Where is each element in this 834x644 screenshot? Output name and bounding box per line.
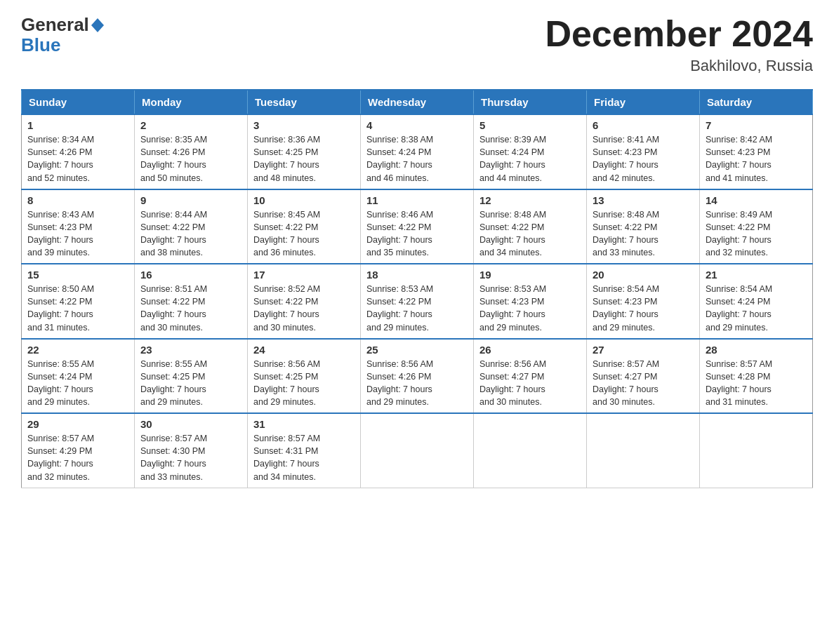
day-number: 1 xyxy=(27,119,128,131)
table-row: 28Sunrise: 8:57 AMSunset: 4:28 PMDayligh… xyxy=(700,339,813,414)
day-number: 3 xyxy=(253,119,355,131)
table-row: 16Sunrise: 8:51 AMSunset: 4:22 PMDayligh… xyxy=(135,264,248,339)
day-number: 15 xyxy=(27,269,128,281)
day-number: 28 xyxy=(706,344,807,356)
day-info: Sunrise: 8:35 AMSunset: 4:26 PMDaylight:… xyxy=(140,133,241,185)
day-info: Sunrise: 8:49 AMSunset: 4:22 PMDaylight:… xyxy=(706,208,807,260)
col-wednesday: Wednesday xyxy=(361,90,474,114)
table-row: 15Sunrise: 8:50 AMSunset: 4:22 PMDayligh… xyxy=(22,264,135,339)
calendar-week-row: 1Sunrise: 8:34 AMSunset: 4:26 PMDaylight… xyxy=(22,114,813,189)
logo: General Blue xyxy=(21,14,104,56)
day-number: 25 xyxy=(366,344,468,356)
day-number: 17 xyxy=(253,269,355,281)
col-saturday: Saturday xyxy=(700,90,813,114)
table-row xyxy=(474,413,587,488)
table-row: 4Sunrise: 8:38 AMSunset: 4:24 PMDaylight… xyxy=(361,114,474,189)
day-info: Sunrise: 8:39 AMSunset: 4:24 PMDaylight:… xyxy=(479,133,581,185)
day-info: Sunrise: 8:38 AMSunset: 4:24 PMDaylight:… xyxy=(366,133,468,185)
table-row: 6Sunrise: 8:41 AMSunset: 4:23 PMDaylight… xyxy=(587,114,700,189)
day-info: Sunrise: 8:51 AMSunset: 4:22 PMDaylight:… xyxy=(140,283,241,334)
day-info: Sunrise: 8:57 AMSunset: 4:31 PMDaylight:… xyxy=(253,432,355,483)
day-info: Sunrise: 8:45 AMSunset: 4:22 PMDaylight:… xyxy=(253,208,355,260)
calendar-week-row: 15Sunrise: 8:50 AMSunset: 4:22 PMDayligh… xyxy=(22,264,813,339)
calendar-table: Sunday Monday Tuesday Wednesday Thursday… xyxy=(21,89,813,488)
table-row: 23Sunrise: 8:55 AMSunset: 4:25 PMDayligh… xyxy=(135,339,248,414)
day-info: Sunrise: 8:48 AMSunset: 4:22 PMDaylight:… xyxy=(479,208,581,260)
table-row: 12Sunrise: 8:48 AMSunset: 4:22 PMDayligh… xyxy=(474,189,587,264)
day-info: Sunrise: 8:44 AMSunset: 4:22 PMDaylight:… xyxy=(140,208,241,260)
page-subtitle: Bakhilovo, Russia xyxy=(545,57,813,75)
table-row: 13Sunrise: 8:48 AMSunset: 4:22 PMDayligh… xyxy=(587,189,700,264)
day-number: 9 xyxy=(140,194,241,206)
day-info: Sunrise: 8:56 AMSunset: 4:26 PMDaylight:… xyxy=(366,358,468,409)
logo-general-text: General xyxy=(21,14,89,36)
calendar-week-row: 8Sunrise: 8:43 AMSunset: 4:23 PMDaylight… xyxy=(22,189,813,264)
table-row: 19Sunrise: 8:53 AMSunset: 4:23 PMDayligh… xyxy=(474,264,587,339)
day-info: Sunrise: 8:56 AMSunset: 4:25 PMDaylight:… xyxy=(253,358,355,409)
day-number: 11 xyxy=(366,194,468,206)
day-number: 26 xyxy=(479,344,581,356)
day-number: 4 xyxy=(366,119,468,131)
day-info: Sunrise: 8:42 AMSunset: 4:23 PMDaylight:… xyxy=(706,133,807,185)
day-number: 19 xyxy=(479,269,581,281)
day-number: 22 xyxy=(27,344,128,356)
day-info: Sunrise: 8:57 AMSunset: 4:29 PMDaylight:… xyxy=(27,432,128,483)
day-number: 23 xyxy=(140,344,241,356)
day-number: 13 xyxy=(593,194,694,206)
table-row: 3Sunrise: 8:36 AMSunset: 4:25 PMDaylight… xyxy=(248,114,361,189)
day-number: 8 xyxy=(27,194,128,206)
day-info: Sunrise: 8:54 AMSunset: 4:23 PMDaylight:… xyxy=(593,283,694,334)
table-row: 30Sunrise: 8:57 AMSunset: 4:30 PMDayligh… xyxy=(135,413,248,488)
table-row: 26Sunrise: 8:56 AMSunset: 4:27 PMDayligh… xyxy=(474,339,587,414)
table-row: 20Sunrise: 8:54 AMSunset: 4:23 PMDayligh… xyxy=(587,264,700,339)
day-info: Sunrise: 8:56 AMSunset: 4:27 PMDaylight:… xyxy=(479,358,581,409)
day-info: Sunrise: 8:57 AMSunset: 4:30 PMDaylight:… xyxy=(140,432,241,483)
day-number: 2 xyxy=(140,119,241,131)
day-info: Sunrise: 8:53 AMSunset: 4:22 PMDaylight:… xyxy=(366,283,468,334)
calendar-week-row: 22Sunrise: 8:55 AMSunset: 4:24 PMDayligh… xyxy=(22,339,813,414)
day-info: Sunrise: 8:48 AMSunset: 4:22 PMDaylight:… xyxy=(593,208,694,260)
day-info: Sunrise: 8:57 AMSunset: 4:27 PMDaylight:… xyxy=(593,358,694,409)
table-row xyxy=(700,413,813,488)
col-tuesday: Tuesday xyxy=(248,90,361,114)
day-number: 29 xyxy=(27,418,128,430)
table-row: 1Sunrise: 8:34 AMSunset: 4:26 PMDaylight… xyxy=(22,114,135,189)
day-info: Sunrise: 8:43 AMSunset: 4:23 PMDaylight:… xyxy=(27,208,128,260)
day-number: 10 xyxy=(253,194,355,206)
day-info: Sunrise: 8:54 AMSunset: 4:24 PMDaylight:… xyxy=(706,283,807,334)
day-info: Sunrise: 8:55 AMSunset: 4:24 PMDaylight:… xyxy=(27,358,128,409)
table-row: 27Sunrise: 8:57 AMSunset: 4:27 PMDayligh… xyxy=(587,339,700,414)
col-thursday: Thursday xyxy=(474,90,587,114)
table-row: 5Sunrise: 8:39 AMSunset: 4:24 PMDaylight… xyxy=(474,114,587,189)
day-info: Sunrise: 8:55 AMSunset: 4:25 PMDaylight:… xyxy=(140,358,241,409)
day-number: 27 xyxy=(593,344,694,356)
table-row: 29Sunrise: 8:57 AMSunset: 4:29 PMDayligh… xyxy=(22,413,135,488)
page-header: General Blue December 2024 Bakhilovo, Ru… xyxy=(21,14,813,75)
col-friday: Friday xyxy=(587,90,700,114)
day-number: 7 xyxy=(706,119,807,131)
day-info: Sunrise: 8:57 AMSunset: 4:28 PMDaylight:… xyxy=(706,358,807,409)
col-sunday: Sunday xyxy=(22,90,135,114)
day-number: 14 xyxy=(706,194,807,206)
table-row: 14Sunrise: 8:49 AMSunset: 4:22 PMDayligh… xyxy=(700,189,813,264)
table-row: 2Sunrise: 8:35 AMSunset: 4:26 PMDaylight… xyxy=(135,114,248,189)
table-row: 24Sunrise: 8:56 AMSunset: 4:25 PMDayligh… xyxy=(248,339,361,414)
title-block: December 2024 Bakhilovo, Russia xyxy=(545,14,813,75)
table-row: 8Sunrise: 8:43 AMSunset: 4:23 PMDaylight… xyxy=(22,189,135,264)
table-row: 9Sunrise: 8:44 AMSunset: 4:22 PMDaylight… xyxy=(135,189,248,264)
table-row: 25Sunrise: 8:56 AMSunset: 4:26 PMDayligh… xyxy=(361,339,474,414)
table-row xyxy=(361,413,474,488)
calendar-header-row: Sunday Monday Tuesday Wednesday Thursday… xyxy=(22,90,813,114)
day-number: 31 xyxy=(253,418,355,430)
day-info: Sunrise: 8:53 AMSunset: 4:23 PMDaylight:… xyxy=(479,283,581,334)
day-number: 20 xyxy=(593,269,694,281)
day-info: Sunrise: 8:34 AMSunset: 4:26 PMDaylight:… xyxy=(27,133,128,185)
table-row: 17Sunrise: 8:52 AMSunset: 4:22 PMDayligh… xyxy=(248,264,361,339)
table-row: 10Sunrise: 8:45 AMSunset: 4:22 PMDayligh… xyxy=(248,189,361,264)
page-title: December 2024 xyxy=(545,14,813,54)
table-row: 18Sunrise: 8:53 AMSunset: 4:22 PMDayligh… xyxy=(361,264,474,339)
logo-blue-text: Blue xyxy=(21,34,60,56)
table-row: 21Sunrise: 8:54 AMSunset: 4:24 PMDayligh… xyxy=(700,264,813,339)
day-number: 30 xyxy=(140,418,241,430)
table-row xyxy=(587,413,700,488)
